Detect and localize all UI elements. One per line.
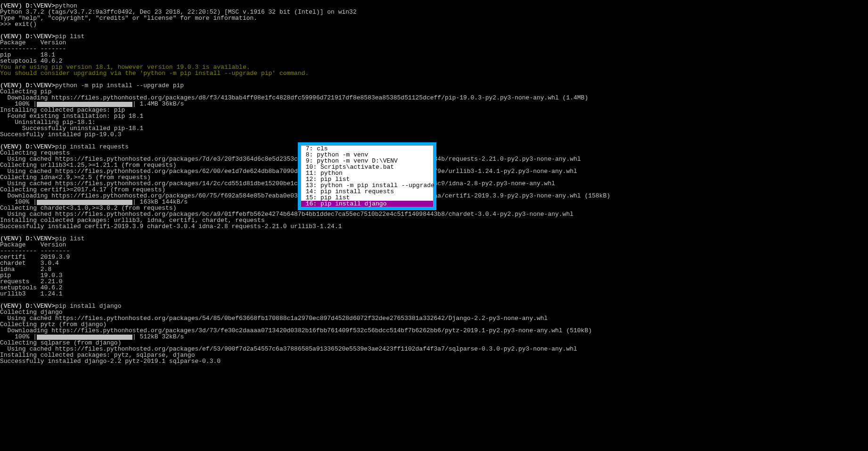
output-line: Using cached https://files.pythonhosted.… <box>0 315 868 321</box>
blank-line <box>0 27 868 33</box>
progress-tail: | 512kB 32kB/s <box>132 333 184 340</box>
blank-line <box>0 230 868 236</box>
history-item[interactable]: 16: pip install django <box>301 201 433 207</box>
progress-bar-fill <box>37 200 132 205</box>
output-line: Successfully installed certifi-2019.3.9 … <box>0 223 868 230</box>
prompt-line: (VENV) D:\VENV>python -m pip install --u… <box>0 82 868 89</box>
output-line: Downloading https://files.pythonhosted.o… <box>0 95 868 101</box>
output-line: ---------- -------- <box>0 248 868 254</box>
output-line: ---------- ------- <box>0 46 868 52</box>
progress-line: 100% || 512kB 32kB/s <box>0 334 868 340</box>
command-text: python -m pip install --upgrade pip <box>55 82 184 89</box>
blank-line <box>0 297 868 303</box>
output-line: Type "help", "copyright", "credits" or "… <box>0 15 868 21</box>
progress-bar-fill <box>37 335 132 340</box>
output-line: idna 2.8 <box>0 266 868 272</box>
command-history-popup[interactable]: 7: cls 8: python -m venv 9: python -m ve… <box>298 142 436 210</box>
output-line: Package Version <box>0 40 868 46</box>
output-line: requests 2.21.0 <box>0 279 868 285</box>
output-line: certifi 2019.3.9 <box>0 254 868 260</box>
prompt-line: (VENV) D:\VENV>pip list <box>0 236 868 242</box>
prompt-line: (VENV) D:\VENV>pip install django <box>0 303 868 309</box>
output-line: pip 18.1 <box>0 52 868 58</box>
output-line: >>> exit() <box>0 21 868 27</box>
prompt-line: (VENV) D:\VENV>pip list <box>0 33 868 40</box>
progress-line: 100% || 1.4MB 36kB/s <box>0 101 868 107</box>
progress-bar-fill <box>37 102 132 107</box>
output-line: chardet 3.0.4 <box>0 260 868 266</box>
output-line: Successfully installed django-2.2 pytz-2… <box>0 358 868 364</box>
output-line: Downloading https://files.pythonhosted.o… <box>0 328 868 334</box>
progress-tail: | 1.4MB 36kB/s <box>132 100 184 107</box>
output-line: Successfully uninstalled pip-18.1 <box>0 125 868 131</box>
output-line: Package Version <box>0 242 868 248</box>
output-line: Found existing installation: pip 18.1 <box>0 113 868 119</box>
command-text: pip install django <box>55 303 121 310</box>
output-line: pip 19.0.3 <box>0 272 868 279</box>
output-line: You should consider upgrading via the 'p… <box>0 70 868 76</box>
output-line: setuptools 40.6.2 <box>0 285 868 291</box>
output-line: urllib3 1.24.1 <box>0 291 868 297</box>
output-line: Successfully installed pip-19.0.3 <box>0 131 868 138</box>
